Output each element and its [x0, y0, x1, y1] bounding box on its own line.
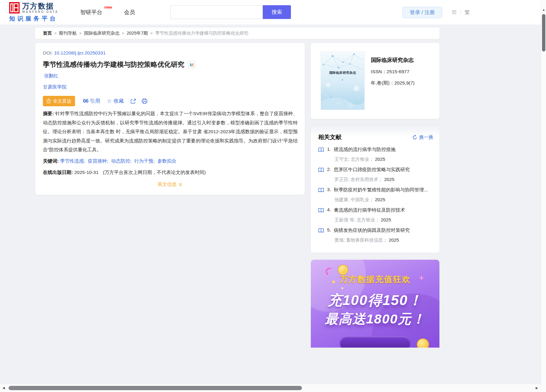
nav-item-member[interactable]: 会员 — [124, 9, 135, 16]
breadcrumb-journal-nav[interactable]: 期刊导航 — [59, 30, 77, 36]
book-icon — [318, 188, 324, 193]
banner-title: 万方数据充值狂欢 — [311, 274, 439, 285]
collect-button[interactable]: ☆ 收藏 — [107, 98, 124, 104]
journal-cover-title: 国际临床研究杂志 — [321, 71, 364, 75]
wanfang-logo[interactable]: 万方数据 WANFANG DATA 知识服务平台 — [9, 2, 58, 23]
keyword-link[interactable]: 参数拟合 — [157, 158, 176, 164]
related-item-title[interactable]: 猪流感的流行病学与防控措施 — [334, 146, 396, 153]
download-free-icon: free — [47, 98, 51, 104]
breadcrumb-separator: > — [150, 31, 153, 36]
related-item-number: 2. — [327, 167, 334, 172]
related-item: 1. 猪流感的流行病学与防控措施 王守文; 北方牧业； 2025 — [318, 146, 435, 167]
cite-button[interactable]: 66 引用 — [83, 98, 100, 104]
english-info-toggle[interactable]: 英文信息 — [35, 181, 305, 188]
journal-cover[interactable]: 国际临床研究杂志 — [321, 51, 365, 110]
breadcrumb-separator: > — [122, 31, 124, 36]
related-item-year: 2025 — [375, 156, 385, 162]
coin-icon — [338, 265, 348, 275]
banner-offer-line1: 充100得150！ — [311, 291, 439, 310]
fulltext-button[interactable]: free 全文直达 — [43, 96, 75, 106]
related-item-meta: 黄旭; 畜牧兽医科技信息； — [334, 237, 387, 243]
related-item-number: 3. — [327, 187, 334, 192]
related-item: 3. 秋季防疫对奶牛繁殖性能的影响与协同管理... 张建康; 中国乳业； 202… — [318, 187, 435, 207]
star-icon: ☆ — [107, 98, 112, 104]
article-author-link[interactable]: 张翻红 — [44, 73, 58, 79]
related-item-number: 5. — [327, 227, 334, 233]
promo-banner[interactable]: 万方数据充值狂欢 充100得150！ 最高送1800元！ — [311, 260, 439, 348]
horizontal-scrollbar-thumb[interactable] — [9, 386, 302, 390]
related-item-year: 2025 — [375, 197, 385, 202]
book-icon — [318, 208, 324, 213]
share-button[interactable] — [130, 98, 136, 104]
keyword-link[interactable]: 季节性流感 — [60, 158, 84, 164]
vertical-scrollbar[interactable]: ▲ — [541, 0, 546, 392]
lang-traditional[interactable]: 繁 — [461, 9, 470, 16]
login-register-button[interactable]: 登录 / 注册 — [402, 7, 442, 18]
journal-name[interactable]: 国际临床研究杂志 — [371, 56, 414, 64]
article-title: 季节性流感传播动力学建模与防控策略优化研究 M — [43, 60, 195, 69]
scroll-up-arrow[interactable]: ▲ — [541, 8, 546, 11]
keyword-separator: ; — [130, 158, 131, 164]
scroll-left-arrow[interactable]: ◀ — [2, 386, 5, 390]
keywords-label: 关键词: — [43, 158, 59, 164]
book-icon — [318, 147, 324, 152]
confetti-dot — [341, 287, 343, 289]
article-card: DOI: 10.12208/j.ijcr.20250331 季节性流感传播动力学… — [35, 43, 305, 195]
new-badge: new — [104, 5, 112, 9]
refresh-icon — [412, 135, 417, 140]
abstract: 摘要: 针对季节性流感防控中行为干预难以量化的问题，本文提出了一个SVEIR传染… — [43, 109, 298, 154]
related-item-meta: 王新强 等; 北方牧业； — [334, 217, 380, 222]
breadcrumb-issue[interactable]: 2025年7期 — [127, 30, 148, 36]
print-icon — [141, 98, 148, 104]
horizontal-scrollbar[interactable]: ◀ ▶ — [0, 384, 546, 392]
article-actions: free 全文直达 66 引用 ☆ 收藏 — [43, 96, 148, 106]
journal-cover-art — [321, 52, 365, 110]
pubdate-value: 2025-10-31 — [74, 170, 98, 175]
search-button[interactable]: 搜索 — [263, 5, 291, 19]
related-item-title[interactable]: 禽流感的流行病学特征及防控技术 — [334, 207, 405, 213]
abstract-text: 针对季节性流感防控中行为干预难以量化的问题，本文提出了一个SVEIR传染病动力学… — [43, 111, 298, 152]
keyword-link[interactable]: 行为干预 — [134, 158, 153, 164]
nav-item-zhiyan[interactable]: 智研平台 new — [80, 9, 102, 16]
keyword-separator: ; — [153, 158, 154, 164]
related-item-title[interactable]: 病猪发热症状的病因及防控对策研究 — [334, 227, 410, 234]
keyword-link[interactable]: 动态防控 — [111, 158, 130, 164]
related-item-title[interactable]: 思茅区牛口蹄疫防控策略与实践研究 — [334, 167, 410, 173]
coin-icon — [417, 338, 429, 348]
related-articles-card: 相关文献 换一换 1. 猪流感的流行病学与防控措施 王守文; 北方牧业； 202… — [311, 124, 439, 253]
wanfang-logo-icon — [9, 2, 20, 13]
keyword-link[interactable]: 疫苗接种 — [88, 158, 107, 164]
related-item-number: 1. — [327, 146, 334, 152]
breadcrumb-journal[interactable]: 国际临床研究杂志 — [84, 30, 119, 36]
refresh-related-button[interactable]: 换一换 — [412, 134, 434, 141]
search-bar: 搜索 — [170, 5, 291, 19]
abstract-label: 摘要: — [43, 111, 54, 116]
search-input[interactable] — [170, 5, 263, 19]
medline-badge: M — [188, 61, 195, 68]
scroll-right-arrow[interactable]: ▶ — [536, 386, 538, 390]
related-item-number: 4. — [327, 207, 334, 213]
article-institution-link[interactable]: 甘肃医学院 — [43, 84, 67, 90]
lang-simplified[interactable]: 简 — [452, 9, 461, 16]
related-item-meta: 张建康; 中国乳业； — [334, 197, 374, 202]
journal-volume: 年,卷(期)：2025,9(7) — [371, 80, 415, 86]
related-item: 4. 禽流感的流行病学特征及防控技术 王新强 等; 北方牧业； 2025 — [318, 207, 435, 227]
related-title: 相关文献 — [318, 133, 341, 141]
doi-row: DOI: 10.12208/j.ijcr.20250331 — [43, 50, 106, 56]
breadcrumb: 首页 > 期刊导航 > 国际临床研究杂志 > 2025年7期 > 季节性流感传播… — [35, 28, 439, 39]
breadcrumb-current: 季节性流感传播动力学建模与防控策略优化研究 — [155, 30, 249, 36]
banner-cta-button[interactable] — [340, 336, 411, 348]
print-button[interactable] — [141, 98, 148, 104]
breadcrumb-home[interactable]: 首页 — [43, 30, 52, 36]
vertical-scrollbar-thumb[interactable] — [542, 14, 545, 51]
book-icon — [318, 228, 324, 233]
language-switcher: 简 繁 — [452, 9, 470, 16]
brand-subtitle: 知识服务平台 — [9, 15, 58, 23]
journal-card: 国际临床研究杂志 国际临床研究杂志 ISSN：2515-6977 年,卷(期)：… — [311, 43, 439, 119]
doi-label: DOI: — [43, 50, 53, 55]
breadcrumb-separator: > — [79, 31, 82, 36]
doi-link[interactable]: 10.12208/j.ijcr.20250331 — [54, 50, 106, 55]
related-item-title[interactable]: 秋季防疫对奶牛繁殖性能的影响与协同管理... — [334, 187, 428, 193]
related-item-year: 2025 — [381, 217, 391, 222]
quote-icon: 66 — [83, 98, 88, 104]
